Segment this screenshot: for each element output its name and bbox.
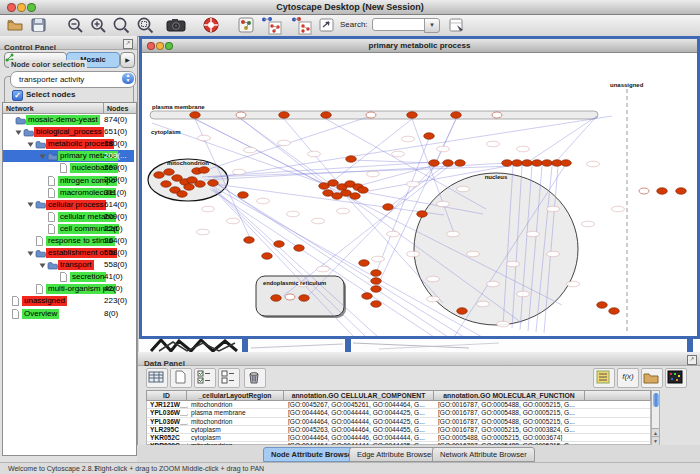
layout-icon[interactable] bbox=[318, 16, 338, 34]
tree-item-unassigned[interactable]: unassigned223(0) bbox=[3, 295, 134, 307]
select-attributes-icon[interactable] bbox=[194, 368, 216, 388]
cell-mf[interactable]: [GO:0016787, GO:0005488, GO:0005215, G..… bbox=[435, 418, 586, 425]
zoom-in-icon[interactable] bbox=[89, 16, 109, 34]
tab-network-attribute-browser[interactable]: Network Attribute Browser bbox=[432, 447, 535, 462]
cell-id[interactable]: YJR121W__1 bbox=[147, 401, 188, 408]
cell-id[interactable]: YPL036W__1 bbox=[147, 418, 188, 425]
network-node[interactable] bbox=[371, 270, 382, 277]
table-row[interactable]: YLR295Ccytoplasm[GO:0045263, GO:0044464,… bbox=[147, 426, 650, 434]
network-node[interactable] bbox=[161, 181, 172, 188]
network-edge[interactable] bbox=[522, 116, 597, 166]
tree-item-primary-metabo[interactable]: primary metabo209(... bbox=[3, 150, 134, 162]
network-node[interactable] bbox=[407, 112, 418, 119]
network-canvas[interactable]: plasma membrane cytoplasm mitochondrion … bbox=[142, 53, 697, 336]
save-icon[interactable] bbox=[30, 16, 50, 34]
table-row[interactable]: YPL036W__2plasma membrane[GO:0044464, GO… bbox=[147, 409, 650, 417]
table-row[interactable]: YKR052Ccytoplasm[GO:0044464, GO:0044446,… bbox=[147, 434, 650, 442]
open-file-icon[interactable] bbox=[6, 16, 26, 34]
expand-triangle-icon[interactable] bbox=[27, 141, 35, 148]
unselect-attributes-icon[interactable] bbox=[218, 368, 240, 388]
function-builder-icon[interactable]: f(x) bbox=[617, 368, 639, 388]
table-row[interactable]: YJR121W__1mitochondrion[GO:0045267, GO:0… bbox=[147, 401, 650, 409]
expand-triangle-icon[interactable] bbox=[39, 262, 47, 269]
tree-item-mosaic-demo-yeast[interactable]: mosaic-demo-yeast874(0) bbox=[3, 114, 134, 126]
tree-item-cell-communicat[interactable]: cell communicat22(0) bbox=[3, 223, 134, 235]
cell-cc[interactable]: [GO:0044464, GO:0044446, GO:0044444, G..… bbox=[285, 434, 435, 441]
network-node[interactable] bbox=[321, 112, 332, 119]
network-node[interactable] bbox=[371, 301, 382, 308]
network-node[interactable] bbox=[208, 180, 219, 187]
network-node[interactable] bbox=[609, 308, 620, 315]
network-node[interactable] bbox=[371, 286, 382, 293]
color-attribute-select[interactable]: transporter activity ▲▼ bbox=[10, 71, 136, 88]
table-row[interactable]: YPL036W__1mitochondrion[GO:0044464, GO:0… bbox=[147, 418, 650, 426]
network-node[interactable] bbox=[262, 253, 273, 260]
network-node[interactable] bbox=[358, 187, 369, 194]
network-node[interactable] bbox=[424, 133, 435, 140]
network-node[interactable] bbox=[371, 278, 382, 285]
float-panel-icon[interactable]: ↗ bbox=[123, 39, 133, 49]
expand-triangle-icon[interactable] bbox=[27, 250, 35, 257]
network-node[interactable] bbox=[362, 293, 373, 300]
network-node[interactable] bbox=[443, 160, 454, 167]
attribute-select-icon[interactable] bbox=[146, 368, 168, 388]
tree-item-macromolecule[interactable]: macromolecule311(0) bbox=[3, 187, 134, 199]
frame-minimize-button[interactable] bbox=[156, 42, 164, 50]
tree-item-metabolic-process[interactable]: metabolic process280(0) bbox=[3, 138, 134, 150]
column-header-mf[interactable]: annotation.GO MOLECULAR_FUNCTION bbox=[434, 390, 585, 401]
network-node[interactable] bbox=[532, 160, 543, 167]
close-window-button[interactable] bbox=[7, 3, 16, 12]
zoom-window-button[interactable] bbox=[27, 3, 36, 12]
network-node[interactable] bbox=[184, 184, 195, 191]
cell-region[interactable]: cytoplasm bbox=[188, 426, 285, 433]
tree-item-nucleobase-[interactable]: nucleobase-209(0) bbox=[3, 162, 134, 174]
expand-triangle-icon[interactable] bbox=[15, 129, 23, 136]
vizmapper-icon[interactable] bbox=[238, 16, 258, 34]
tree-header-network[interactable]: Network bbox=[3, 103, 104, 114]
import-attributes-icon[interactable] bbox=[641, 368, 663, 388]
network-node[interactable] bbox=[417, 211, 428, 218]
cell-mf[interactable]: [GO:0016787, GO:0005488, GO:0005215, G..… bbox=[435, 401, 586, 408]
attribute-matrix-icon[interactable] bbox=[665, 368, 687, 388]
frame-zoom-button[interactable] bbox=[165, 42, 173, 50]
cell-mf[interactable]: [GO:0005488, GO:0005215, GO:0003674] bbox=[435, 434, 586, 441]
network-node[interactable] bbox=[657, 188, 668, 195]
tree-item-response-to-stimul[interactable]: response to stimul264(0) bbox=[3, 235, 134, 247]
network-node[interactable] bbox=[271, 295, 282, 302]
network-node[interactable] bbox=[542, 160, 553, 167]
tree-header-nodes[interactable]: Nodes bbox=[104, 103, 136, 114]
network-node[interactable] bbox=[346, 156, 357, 163]
snapshot-icon[interactable] bbox=[166, 16, 186, 34]
annotation-transfer-icon[interactable] bbox=[290, 16, 310, 34]
expand-triangle-icon[interactable] bbox=[27, 201, 35, 208]
tab-edge-attribute-browser[interactable]: Edge Attribute Browser bbox=[349, 447, 442, 462]
network-node[interactable] bbox=[561, 160, 572, 167]
tab-node-attribute-browser[interactable]: Node Attribute Browser bbox=[263, 447, 363, 462]
network-node[interactable] bbox=[164, 169, 175, 176]
network-node[interactable] bbox=[279, 112, 290, 119]
cell-region[interactable]: mitochondrion bbox=[188, 418, 285, 425]
network-nodes[interactable] bbox=[154, 112, 687, 315]
data-table-scrollbar[interactable]: ▲ ▼ bbox=[651, 390, 660, 445]
network-node[interactable] bbox=[451, 112, 462, 119]
column-header-region[interactable]: _cellularLayoutRegion bbox=[187, 390, 284, 401]
attribute-list-icon[interactable] bbox=[593, 368, 615, 388]
delete-attribute-icon[interactable] bbox=[244, 368, 266, 388]
more-tabs-button[interactable]: ▶ bbox=[120, 52, 135, 68]
cell-id[interactable]: YKR052C bbox=[147, 434, 188, 441]
network-node[interactable] bbox=[154, 172, 165, 179]
network-edge[interactable] bbox=[351, 160, 434, 163]
network-node[interactable] bbox=[294, 245, 305, 252]
network-node[interactable] bbox=[195, 181, 206, 188]
cell-cc[interactable]: [GO:0045267, GO:0045261, GO:0044464, G..… bbox=[285, 401, 435, 408]
tree-item-transport[interactable]: transport558(0) bbox=[3, 259, 134, 271]
new-attribute-icon[interactable] bbox=[170, 368, 192, 388]
cell-cc[interactable]: [GO:0044464, GO:0044444, GO:0044425, G..… bbox=[285, 409, 435, 416]
network-frame-titlebar[interactable]: primary metabolic process bbox=[142, 39, 697, 53]
network-node[interactable] bbox=[429, 160, 440, 167]
frame-close-button[interactable] bbox=[147, 42, 155, 50]
network-node[interactable] bbox=[199, 167, 210, 174]
cell-cc[interactable]: [GO:0044464, GO:0044444, GO:0044425, G..… bbox=[285, 418, 435, 425]
cell-mf[interactable]: [GO:0016787, GO:0005488, GO:0005215, G..… bbox=[435, 409, 586, 416]
network-node[interactable] bbox=[676, 188, 687, 195]
